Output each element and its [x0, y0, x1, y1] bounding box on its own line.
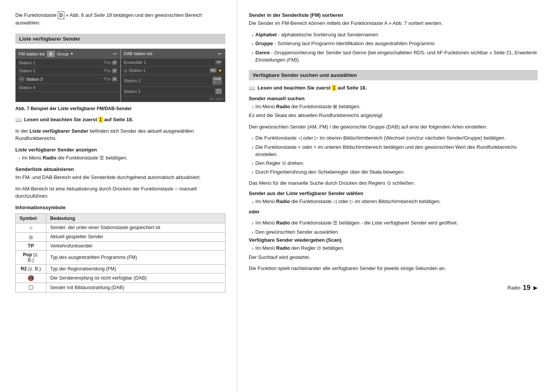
dab-panel: DAB station list ↩ Ensemble 1 TP ◎ Stati… [121, 49, 225, 102]
fm-panel: FM station list A Group ▾ ↩ Station 1 Po… [16, 49, 120, 102]
body-senderliste-1: Im FM- und DAB-Bereich wird die Senderli… [15, 174, 225, 181]
fm-arrow-btn[interactable]: ↩ [113, 51, 117, 57]
station-name: Station 2 [19, 68, 104, 73]
subheading-manuell: Sender manuell suchen [249, 96, 538, 101]
bullet-arrow-icon: › [252, 169, 253, 176]
bullet-aus-liste: › Im Menü Radio die Funktionstaste ◁ ode… [249, 198, 538, 206]
fm-station-row-active[interactable]: ◎ Station 3 Pop P [16, 75, 120, 84]
dab-badge: RZ [210, 68, 217, 73]
section-header-suchen: Verfügbare Sender suchen und auswählen [249, 70, 538, 80]
table-row: ◎ Aktuell gespielter Sender [16, 232, 225, 241]
figure-label: Abb. 7 [15, 106, 29, 111]
subheading-liste-anzeigen: Liste verfügbarer Sender anzeigen [15, 147, 225, 153]
key-a-box: A [47, 51, 55, 57]
station-name: Station 4 [19, 85, 117, 90]
meaning-pop: Typ des ausgestrahlten Programms (FM) [46, 250, 225, 264]
active-station-icon: ◎ [19, 76, 24, 82]
left-column: Die Funktionstaste D » Abb. 6 auf Seite … [0, 0, 237, 392]
fm-panel-header: FM station list A Group ▾ ↩ [16, 49, 120, 59]
symbol-tp: TP [16, 241, 46, 250]
bullet-arrow-icon: › [252, 160, 253, 168]
section-header-liste: Liste verfügbarer Sender [15, 34, 225, 44]
bullet-arrow-icon: › [252, 229, 253, 236]
bullet-arrow-icon: › [252, 144, 253, 151]
meaning-r2: Typ der Regionalsendung (FM) [46, 264, 225, 273]
bullet-liste-anzeigen: › Im Menü Radio die Funktionstaste ☰ bet… [15, 154, 225, 162]
subheading-sortieren: Sender in der Senderliste (FM) sortieren [249, 12, 538, 18]
bullet-manuell-2: › Die Funktionstaste < oder > im unteren… [249, 143, 538, 158]
subheading-scan: Verfügbare Sender wiedergeben (Scan) [249, 237, 538, 243]
bullet-arrow-icon: › [252, 40, 253, 48]
bullet-arrow-icon: › [252, 198, 253, 206]
notice2-page-number: 1 [332, 85, 336, 91]
right-column: Sender in der Senderliste (FM) sortieren… [237, 0, 553, 392]
dab-badge: DAB↑ [212, 76, 222, 85]
bullet-arrow-icon: › [252, 103, 253, 111]
symbol-circle: ◎ [16, 232, 46, 241]
book-icon: 📖 [15, 117, 22, 123]
notice-page-number: 1 [98, 117, 103, 122]
symbol-pop: Pop (z. B.) [16, 250, 46, 264]
bullet-arrow-icon: › [18, 155, 20, 162]
station-list-box: FM station list A Group ▾ ↩ Station 1 Po… [15, 49, 225, 102]
body-scan-2: Die Funktion spielt nacheinander alle ve… [249, 265, 538, 272]
dab-arrow-btn[interactable]: ↩ [218, 51, 222, 57]
dab-badge: TP [215, 60, 222, 65]
fm-station-row[interactable]: Station 2 Pop P [16, 67, 120, 75]
dab-active-icon: ◎ [124, 68, 127, 73]
bullet-manuell-3: › Den Regler ⊙ drehen. [249, 159, 538, 168]
meaning-dab-no-signal: Der Senderempfang ist nicht verfügbar (D… [46, 273, 225, 283]
symbol-star: ☆ [16, 223, 46, 232]
station-genre: Pop [104, 60, 111, 65]
table-row: Pop (z. B.) Typ des ausgestrahlten Progr… [16, 250, 225, 264]
bullet-arrow-icon: › [252, 245, 253, 252]
station-name: Station 3 [26, 77, 104, 81]
station-badge: P [112, 60, 117, 65]
dropdown-arrow[interactable]: ▾ [71, 51, 73, 56]
table-row: 📵 Der Senderempfang ist nicht verfügbar … [16, 273, 225, 283]
page-label: Radio [507, 285, 520, 291]
sort-body: Die Sender im FM-Bereich können mittels … [249, 20, 538, 27]
symbol-r2: R2 (z. B.) [16, 264, 46, 273]
key-a-sort: A [384, 20, 387, 26]
symbol-dab-image: 🖵 [16, 283, 46, 292]
fm-station-row[interactable]: Station 1 Pop P [16, 59, 120, 67]
notice-rest: auf Seite 18. [104, 117, 133, 122]
meaning-star: Sender, der unter einer Stationstaste ge… [46, 223, 225, 232]
dab-panel-header: DAB station list ↩ [121, 49, 225, 59]
dab-station-row-active[interactable]: ◎ Station 1 RZ ★ [121, 67, 225, 75]
body-manuell-close: Das Menü für die manuelle Suche durch Dr… [249, 179, 538, 187]
station-badge: P [112, 77, 117, 81]
station-badge: P [112, 68, 117, 73]
table-col-symbol: Symbol [16, 213, 46, 223]
dab-name: Station 1 [129, 68, 210, 73]
bit-id: BIT-0497 [121, 96, 225, 102]
dab-station-row[interactable]: Station 3 🖵 [121, 87, 225, 96]
subheading-aus-liste: Sender aus der Liste verfügbarer Sender … [249, 190, 538, 196]
body-text-1: In der Liste verfügbarer Sender befinden… [15, 127, 225, 142]
fm-station-row[interactable]: Station 4 [16, 84, 120, 92]
body-manuell-2: Den gewünschten Sender (AM, FM) / die ge… [249, 123, 538, 131]
dab-name: Ensemble 1 [124, 60, 215, 65]
intro-paragraph: Die Funktionstaste D » Abb. 6 auf Seite … [15, 11, 225, 27]
dab-label: DAB station list [124, 51, 153, 56]
bullet-manuell-1: › Die Funktionstaste ◁ oder ▷ im oberen … [249, 134, 538, 142]
notice-box-1: 📖 Lesen und beachten Sie zuerst 1 auf Se… [15, 117, 225, 123]
table-row: ☆ Sender, der unter einer Stationstaste … [16, 223, 225, 232]
book-icon-2: 📖 [249, 85, 255, 91]
meaning-tp: Verkehrsfunksender [46, 241, 225, 250]
bullet-genre: › Genre - Gruppensortierung der Sender l… [249, 49, 538, 64]
bullet-gruppe: › Gruppe - Sortierung laut Programm-Iden… [249, 40, 538, 48]
notice2-rest: auf Seite 18. [338, 85, 367, 91]
oder-label: oder [249, 208, 538, 216]
page-number: 19 [523, 284, 530, 292]
notice-text: Lesen und beachten Sie zuerst 1 auf Seit… [24, 117, 133, 122]
dab-station-row[interactable]: Station 2 DAB↑ [121, 75, 225, 87]
bullet-arrow-icon: › [252, 135, 253, 142]
body-manuell-1: Es wird die Skala des aktuellen Rundfunk… [249, 112, 538, 119]
dab-name: Station 3 [124, 89, 215, 94]
bullet-arrow-icon: › [252, 31, 253, 39]
dab-ensemble-row[interactable]: Ensemble 1 TP [121, 59, 225, 67]
bullet-oder-2: › Den gewünschten Sender auswählen. [249, 228, 538, 236]
figure-caption: Abb. 7 Beispiel der Liste verfügbarer FM… [15, 106, 225, 111]
